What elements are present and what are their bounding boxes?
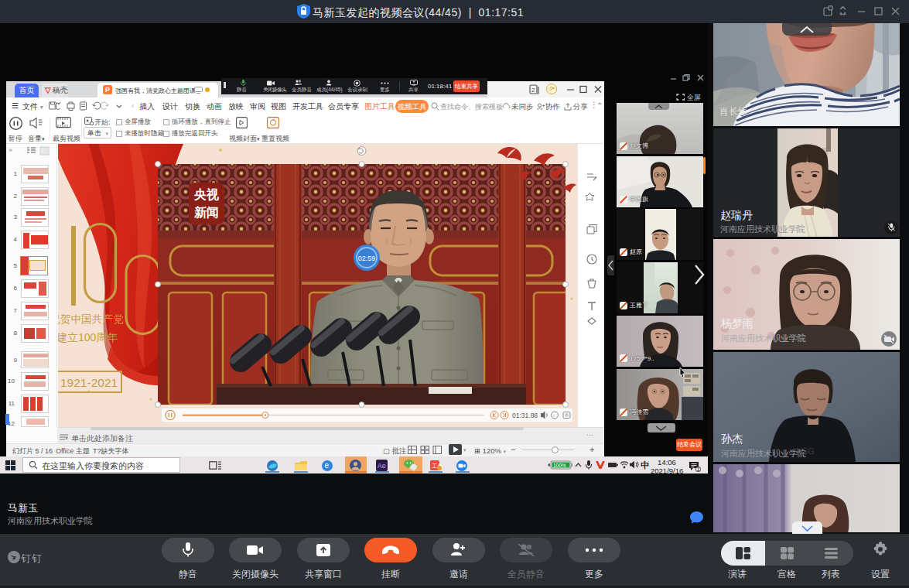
svg-text:孙杰: 孙杰 xyxy=(721,432,743,445)
svg-text:1921-2021: 1921-2021 xyxy=(60,376,118,389)
svg-text:肖长恒: 肖长恒 xyxy=(719,106,748,117)
svg-text:河南应用技术职业学院: 河南应用技术职业学院 xyxy=(721,333,806,343)
svg-text:Ae: Ae xyxy=(378,462,386,470)
svg-text:1: 1 xyxy=(697,467,700,472)
svg-text:e: e xyxy=(324,461,329,470)
svg-text:河南应用技术职业学院: 河南应用技术职业学院 xyxy=(721,449,806,458)
svg-text:杨梦雨: 杨梦雨 xyxy=(720,317,754,330)
svg-text:建立100周年: 建立100周年 xyxy=(58,331,118,344)
svg-text:祝贺中国共产党: 祝贺中国共产党 xyxy=(58,313,124,325)
svg-text:河南应用技术职业学院: 河南应用技术职业学院 xyxy=(720,224,805,234)
svg-text:01:31.88: 01:31.88 xyxy=(512,412,538,419)
svg-text:i: i xyxy=(553,413,554,418)
svg-text:赵瑞丹: 赵瑞丹 xyxy=(720,209,753,221)
svg-text:2: 2 xyxy=(531,87,535,94)
svg-text:100%: 100% xyxy=(553,463,566,468)
